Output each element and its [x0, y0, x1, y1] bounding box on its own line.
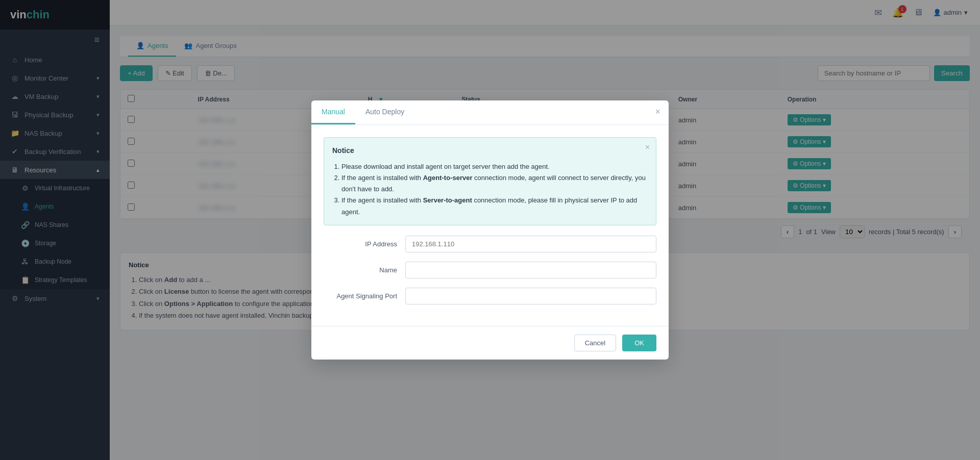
- dialog-body: × Notice Please download and install age…: [311, 125, 669, 325]
- dialog-tab-label: Manual: [322, 108, 345, 116]
- ip-address-row: IP Address: [324, 236, 656, 252]
- notice-alert-list: Please download and install agent on tar…: [332, 161, 648, 217]
- dialog-footer: Cancel OK: [311, 326, 669, 360]
- port-row: Agent Signaling Port 23100: [324, 288, 656, 304]
- dialog-close-button[interactable]: ×: [655, 107, 660, 117]
- name-input[interactable]: [405, 262, 656, 278]
- name-row: Name: [324, 262, 656, 278]
- port-label: Agent Signaling Port: [324, 292, 405, 300]
- port-input[interactable]: 23100: [405, 288, 656, 304]
- ip-address-label: IP Address: [324, 240, 405, 248]
- ip-address-input[interactable]: [405, 236, 656, 252]
- dialog-notice-alert: × Notice Please download and install age…: [324, 137, 656, 225]
- dialog-tab-auto-deploy[interactable]: Auto Deploy: [355, 100, 414, 124]
- dialog-header: Manual Auto Deploy ×: [311, 100, 669, 125]
- notice-close-button[interactable]: ×: [645, 143, 650, 152]
- cancel-button[interactable]: Cancel: [574, 335, 616, 351]
- modal-overlay[interactable]: Manual Auto Deploy × × Notice Please dow…: [0, 0, 980, 460]
- dialog-tab-manual[interactable]: Manual: [311, 100, 355, 124]
- dialog-tab-label: Auto Deploy: [365, 108, 404, 116]
- ok-button[interactable]: OK: [622, 335, 656, 351]
- notice-alert-title: Notice: [332, 145, 648, 157]
- name-label: Name: [324, 266, 405, 274]
- notice-alert-item: Please download and install agent on tar…: [341, 161, 648, 172]
- notice-alert-item: If the agent is installed with Server-to…: [341, 195, 648, 217]
- notice-alert-item: If the agent is installed with Agent-to-…: [341, 172, 648, 195]
- add-agent-dialog: Manual Auto Deploy × × Notice Please dow…: [311, 100, 669, 359]
